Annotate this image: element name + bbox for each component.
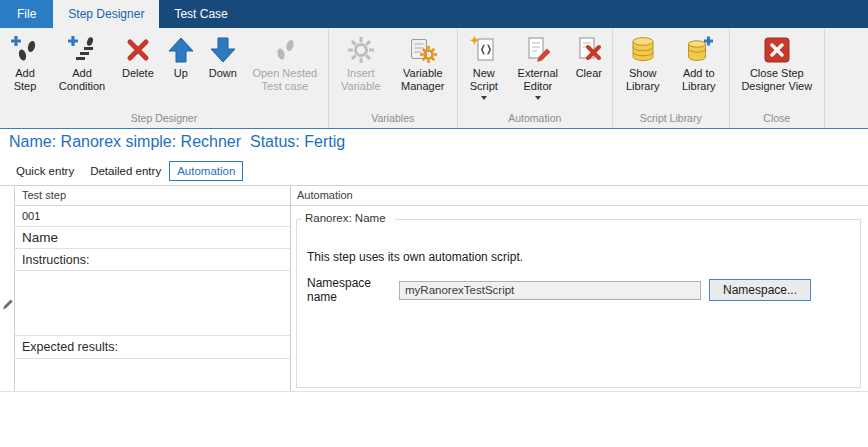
automation-script-description: This step uses its own automation script…: [307, 250, 523, 264]
tab-test-case[interactable]: Test Case: [159, 0, 242, 28]
ribbon-group-variables: Insert Variable Variable Manager Variabl…: [329, 28, 458, 128]
ribbon-group-step-designer: Add Step Add Condition: [0, 28, 329, 128]
chevron-down-icon[interactable]: [481, 96, 487, 100]
delete-button[interactable]: Delete: [116, 30, 160, 110]
ribbon: Add Step Add Condition: [0, 28, 868, 129]
variables-buttons: Insert Variable Variable Manager: [329, 28, 457, 110]
close-step-designer-view-button[interactable]: Close Step Designer View: [732, 30, 822, 110]
automation-column-header: Automation: [291, 186, 868, 206]
view-tabs: Quick entry Detailed entry Automation: [8, 161, 243, 181]
show-library-button[interactable]: Show Library: [615, 30, 671, 110]
group-label-close: Close: [730, 110, 824, 128]
ribbon-tab-bar: File Step Designer Test Case: [0, 0, 868, 28]
content-area: Test step 001 Name Instructions: Expecte…: [0, 185, 868, 392]
step-designer-buttons: Add Step Add Condition: [0, 28, 328, 110]
add-step-icon: [10, 34, 40, 66]
app-window: File Step Designer Test Case Add Step: [0, 0, 868, 447]
tab-step-designer[interactable]: Step Designer: [53, 0, 159, 28]
group-label-variables: Variables: [329, 110, 457, 128]
script-library-buttons: Show Library Add to Library: [613, 28, 729, 110]
open-nested-test-case-button: Open Nested Test case: [244, 30, 326, 110]
add-condition-button[interactable]: Add Condition: [48, 30, 116, 110]
up-label: Up: [174, 67, 188, 80]
group-label-script-library: Script Library: [613, 110, 729, 128]
table-row-instructions[interactable]: Instructions:: [15, 249, 290, 271]
close-view-icon: [762, 34, 792, 66]
down-button[interactable]: Down: [202, 30, 244, 110]
external-editor-icon: [523, 34, 553, 66]
variable-manager-icon: [408, 34, 438, 66]
automation-buttons: New Script External Editor: [458, 28, 612, 110]
add-condition-label: Add Condition: [54, 67, 110, 93]
edit-pencil-icon: [2, 296, 13, 314]
table-row-step-id[interactable]: 001: [15, 206, 290, 227]
row-selector-gutter: [0, 186, 15, 391]
delete-label: Delete: [122, 67, 154, 80]
groupbox-legend: Ranorex: Name: [302, 212, 395, 224]
namespace-name-label: Namespace name: [307, 276, 399, 304]
up-button[interactable]: Up: [160, 30, 202, 110]
namespace-row: Namespace name Namespace...: [307, 276, 811, 304]
test-step-panel: Test step 001 Name Instructions: Expecte…: [15, 186, 291, 391]
add-step-label: Add Step: [8, 67, 42, 93]
tab-automation[interactable]: Automation: [169, 161, 243, 181]
ribbon-group-close: Close Step Designer View Close: [730, 28, 825, 128]
delete-icon: [123, 34, 153, 66]
add-to-library-button[interactable]: Add to Library: [671, 30, 727, 110]
clear-button[interactable]: Clear: [568, 30, 610, 110]
new-script-button[interactable]: New Script: [460, 30, 508, 110]
group-label-automation: Automation: [458, 110, 612, 128]
ribbon-group-script-library: Show Library Add to Library Script Libra…: [613, 28, 730, 128]
new-script-icon: [469, 34, 499, 66]
insert-variable-button: Insert Variable: [331, 30, 391, 110]
automation-panel: Automation Ranorex: Name This step uses …: [291, 186, 868, 391]
table-row-instructions-entry[interactable]: [15, 271, 290, 336]
ribbon-group-automation: New Script External Editor: [458, 28, 613, 128]
nested-test-icon: [270, 34, 300, 66]
ranorex-name-groupbox: Ranorex: Name This step uses its own aut…: [296, 219, 861, 388]
tab-quick-entry[interactable]: Quick entry: [8, 161, 82, 181]
group-label-step-designer: Step Designer: [0, 110, 328, 128]
test-step-column-header: Test step: [15, 186, 290, 206]
table-row-filler: [15, 359, 290, 391]
tab-file[interactable]: File: [0, 0, 53, 28]
show-library-label: Show Library: [621, 67, 665, 93]
namespace-button[interactable]: Namespace...: [709, 279, 811, 301]
add-to-library-icon: [684, 34, 714, 66]
tab-detailed-entry[interactable]: Detailed entry: [82, 161, 169, 181]
external-editor-label: External Editor: [514, 67, 562, 93]
open-nested-test-case-label: Open Nested Test case: [250, 67, 320, 93]
add-condition-icon: [67, 34, 97, 66]
table-row-step-name[interactable]: Name: [15, 227, 290, 249]
down-label: Down: [209, 67, 237, 80]
insert-variable-icon: [346, 34, 376, 66]
chevron-down-icon[interactable]: [535, 96, 541, 100]
arrow-down-icon: [208, 34, 238, 66]
variable-manager-label: Variable Manager: [397, 67, 449, 93]
add-step-button[interactable]: Add Step: [2, 30, 48, 110]
new-script-label: New Script: [466, 67, 502, 93]
namespace-input[interactable]: [399, 281, 701, 300]
clear-label: Clear: [576, 67, 602, 80]
arrow-up-icon: [166, 34, 196, 66]
page-title: Name: Ranorex simple: Rechner Status: Fe…: [9, 133, 345, 151]
variable-manager-button[interactable]: Variable Manager: [391, 30, 455, 110]
clear-icon: [574, 34, 604, 66]
table-row-expected-results[interactable]: Expected results:: [15, 336, 290, 359]
show-library-icon: [628, 34, 658, 66]
external-editor-button[interactable]: External Editor: [508, 30, 568, 110]
insert-variable-label: Insert Variable: [337, 67, 385, 93]
close-buttons: Close Step Designer View: [730, 28, 824, 110]
add-to-library-label: Add to Library: [677, 67, 721, 93]
close-step-designer-view-label: Close Step Designer View: [738, 67, 816, 93]
